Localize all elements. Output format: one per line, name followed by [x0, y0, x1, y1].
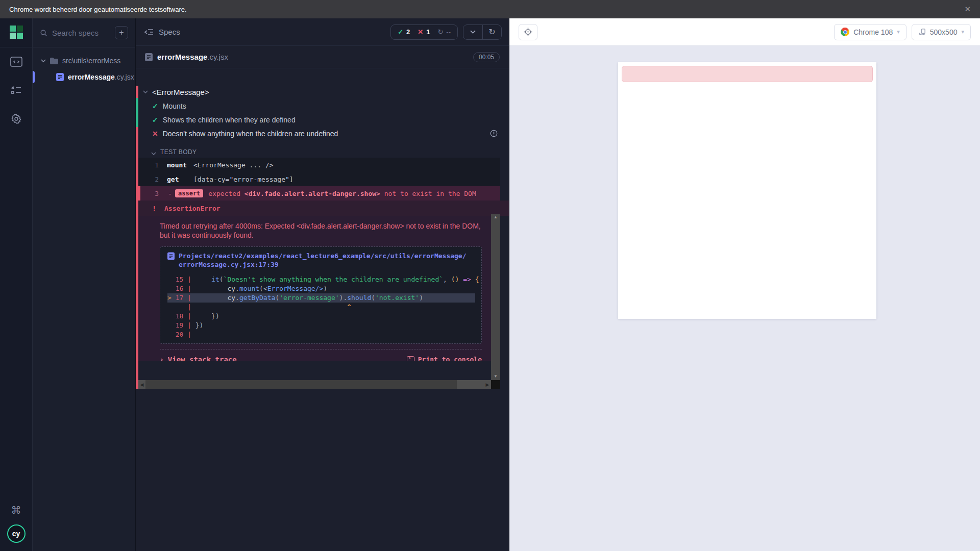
chevron-down-icon: ▾: [897, 29, 900, 35]
browser-select-label: Chrome 108: [853, 28, 893, 36]
collapse-all-button[interactable]: [463, 25, 482, 39]
runs-checklist-icon[interactable]: [0, 76, 33, 105]
code-line: | ^: [167, 303, 475, 312]
test-label: Mounts: [163, 102, 186, 110]
spec-title-row: errorMessage.cy.jsx 00:05: [136, 46, 509, 68]
code-line: 20 |: [167, 330, 475, 339]
passed-icon: ✓: [398, 28, 403, 36]
test-row[interactable]: ✓Mounts: [136, 99, 509, 113]
divider: [33, 47, 135, 47]
code-line: > 17 | cy.getByData('error-message').sho…: [167, 293, 475, 303]
viewport-size-label: 500x500: [930, 28, 958, 36]
add-spec-button[interactable]: +: [115, 26, 128, 39]
file-name: errorMessage: [68, 73, 115, 81]
chevron-down-icon: [41, 59, 46, 63]
command-log: 1mount<ErrorMessage ... />2get[data-cy="…: [138, 158, 500, 201]
test-body-label: TEST BODY: [160, 148, 197, 156]
pending-count: --: [446, 28, 451, 36]
code-frame: Projects/reactv2/examples/react_lecture6…: [160, 246, 482, 344]
spec-list-panel: + src\utils\errorMess errorMessage.cy.js…: [33, 18, 136, 551]
spec-folder-row[interactable]: src\utils\errorMess: [33, 53, 135, 69]
scroll-thumb[interactable]: [145, 380, 457, 389]
code-snippet: 15 | it(`Doesn't show anything when the …: [167, 275, 475, 339]
terminal-icon: [407, 356, 414, 361]
test-label: Doesn't show anything when the children …: [163, 130, 338, 138]
selected-indicator: [33, 71, 35, 83]
spec-doc-icon: [145, 53, 153, 61]
collapse-specs-icon[interactable]: [144, 29, 154, 36]
browser-pane: Chrome 108 ▾ 500x500 ▾: [509, 18, 980, 551]
spec-name: errorMessage: [157, 53, 207, 61]
test-row[interactable]: ✓Shows the children when they are define…: [136, 113, 509, 127]
folder-label: src\utils\errorMess: [62, 57, 120, 65]
command-row[interactable]: 1mount<ErrorMessage ... />: [138, 158, 500, 172]
rerun-button[interactable]: ↻: [482, 25, 501, 39]
test-row[interactable]: ✕Doesn't show anything when the children…: [136, 127, 509, 140]
info-icon[interactable]: [490, 130, 498, 137]
settings-gear-icon[interactable]: [0, 105, 33, 133]
alert-danger-box: [622, 66, 873, 82]
failed-icon: ✕: [418, 28, 423, 36]
code-line: 16 | cy.mount(<ErrorMessage/>): [167, 284, 475, 293]
reporter-panel: Specs ✓2 ✕1 ↻-- ↻ errorMessage.cy.jsx 00…: [136, 18, 509, 551]
chevron-down-icon: ▾: [961, 29, 964, 35]
spec-file-icon: [56, 73, 64, 81]
scrollbar-corner: [491, 380, 500, 389]
test-body-toggle[interactable]: TEST BODY: [136, 140, 509, 158]
search-icon: [40, 29, 47, 37]
status-strip-pass: [136, 98, 138, 127]
spec-file-row[interactable]: errorMessage.cy.jsx: [33, 69, 135, 85]
check-icon: ✓: [152, 102, 158, 110]
assertion-error-name: AssertionError: [164, 205, 220, 212]
suite-row[interactable]: <ErrorMessage>: [136, 85, 509, 99]
cypress-logo-icon: [10, 26, 23, 39]
close-icon[interactable]: ✕: [964, 5, 971, 14]
command-row[interactable]: 2get[data-cy="error-message"]: [138, 172, 500, 186]
selector-playground-button[interactable]: [519, 24, 537, 40]
ruler-icon: [918, 28, 926, 36]
browser-select[interactable]: Chrome 108 ▾: [834, 24, 906, 40]
x-icon: ✕: [152, 130, 158, 138]
print-to-console-button[interactable]: Print to console: [407, 356, 482, 361]
aut-viewport: [618, 62, 876, 319]
failed-count: 1: [426, 28, 430, 36]
crosshair-icon: [524, 28, 532, 36]
check-icon: ✓: [152, 116, 158, 124]
vertical-scrollbar[interactable]: ▲▼: [491, 214, 500, 380]
horizontal-scrollbar[interactable]: ◀▶: [138, 380, 491, 389]
command-row[interactable]: 3-assertexpected <div.fade.alert.alert-d…: [138, 186, 500, 201]
aut-background: [509, 46, 980, 551]
chrome-logo-icon: [841, 28, 849, 36]
error-panel: Timed out retrying after 4000ms: Expecte…: [138, 216, 491, 361]
status-strip-fail: [136, 127, 138, 389]
error-message: Timed out retrying after 4000ms: Expecte…: [160, 221, 482, 240]
code-line: 18 | }): [167, 312, 475, 321]
assert-badge: assert: [175, 189, 203, 197]
test-label: Shows the children when they are defined: [163, 116, 296, 124]
code-line: 15 | it(`Doesn't show anything when the …: [167, 275, 475, 284]
assertion-error-row[interactable]: ! AssertionError: [136, 201, 509, 216]
search-specs-input[interactable]: [52, 29, 107, 37]
keyboard-shortcuts-icon[interactable]: ⌘: [0, 496, 33, 524]
chevron-down-icon: [143, 90, 148, 94]
suite-title: <ErrorMessage>: [152, 88, 209, 96]
spec-ext: .cy.jsx: [207, 53, 228, 61]
icon-rail: ⌘ cy: [0, 18, 33, 551]
view-stack-trace-button[interactable]: › View stack trace: [160, 356, 237, 361]
file-link-icon: [167, 252, 175, 260]
folder-icon: [50, 58, 58, 64]
automation-message: Chrome wordt beheerd door geautomatiseer…: [9, 6, 187, 13]
file-link[interactable]: Projects/reactv2/examples/react_lecture6…: [167, 252, 475, 269]
pending-icon: ↻: [437, 28, 443, 36]
status-strip-fail: [136, 86, 138, 98]
duration-badge: 00:05: [473, 52, 500, 62]
chevron-down-icon: [151, 152, 156, 156]
viewport-size-select[interactable]: 500x500 ▾: [912, 24, 971, 40]
stack-chevron-icon: ›: [160, 356, 164, 361]
specs-icon[interactable]: [0, 47, 33, 76]
reporter-title: Specs: [159, 28, 180, 36]
passed-count: 2: [406, 28, 410, 36]
test-stats: ✓2 ✕1 ↻--: [390, 24, 458, 40]
file-ext: .cy.jsx: [115, 73, 134, 81]
cypress-badge[interactable]: cy: [7, 524, 26, 543]
